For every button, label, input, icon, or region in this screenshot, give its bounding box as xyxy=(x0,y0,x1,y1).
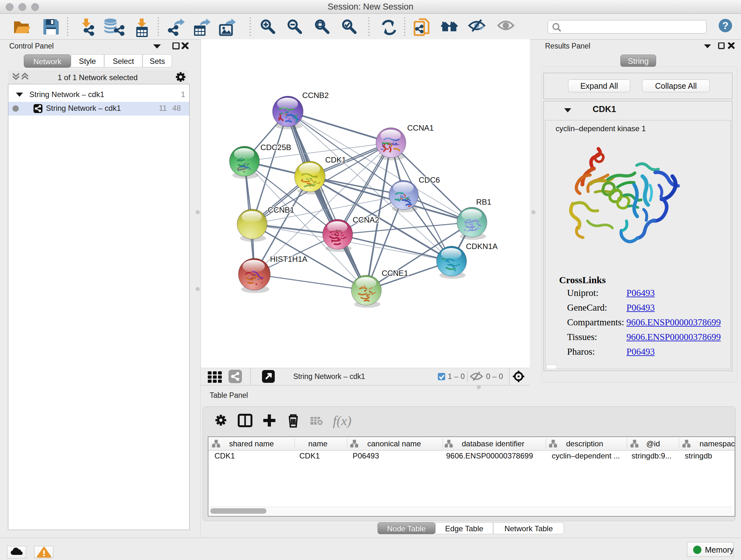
svg-text:RB1: RB1 xyxy=(476,198,491,206)
svg-text:String Network – cdk1: String Network – cdk1 xyxy=(293,372,365,381)
svg-text:CDK1: CDK1 xyxy=(325,155,346,164)
svg-text:CCNB1: CCNB1 xyxy=(268,206,294,214)
svg-text:CDC25B: CDC25B xyxy=(260,143,291,152)
svg-text:CCNB2: CCNB2 xyxy=(302,91,329,100)
svg-text:1 of 1 Network selected: 1 of 1 Network selected xyxy=(58,73,138,82)
svg-text:f(x): f(x) xyxy=(333,414,351,428)
svg-text:1 – 0: 1 – 0 xyxy=(448,372,465,381)
svg-text:0 – 0: 0 – 0 xyxy=(486,372,503,381)
svg-text:HIST1H1A: HIST1H1A xyxy=(270,255,308,263)
svg-text:CCNA1: CCNA1 xyxy=(407,124,434,132)
svg-text:CCNA2: CCNA2 xyxy=(353,215,379,224)
svg-text:CDC6: CDC6 xyxy=(419,176,440,184)
svg-text:Memory: Memory xyxy=(705,545,734,554)
svg-text:?: ? xyxy=(722,20,729,31)
svg-text:CDKN1A: CDKN1A xyxy=(466,242,498,251)
svg-text:CCNE1: CCNE1 xyxy=(382,269,408,277)
